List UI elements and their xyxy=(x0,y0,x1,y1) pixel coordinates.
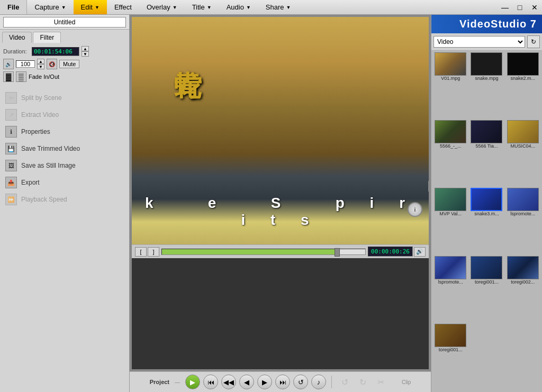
save-still-item[interactable]: 🖼 Save as Still Image xyxy=(0,157,129,174)
thumbnail-label: toregi001... xyxy=(439,347,463,352)
volume-up-button[interactable]: ▲ xyxy=(37,59,44,64)
app-logo: VideoStudio 7 xyxy=(431,15,542,33)
thumbnail-label: 5566_-_... xyxy=(440,143,462,149)
thumbnail-label: toregi001... xyxy=(475,279,499,285)
tab-filter[interactable]: Filter xyxy=(33,32,61,43)
extract-video-item[interactable]: ↗ Extract Video xyxy=(0,106,129,123)
mute-button[interactable]: Mute xyxy=(59,60,79,68)
mark-in-button[interactable]: [ xyxy=(135,247,147,257)
duration-input[interactable] xyxy=(32,47,79,56)
go-start-button[interactable]: ⏮ xyxy=(203,375,218,389)
duration-label: Duration: xyxy=(3,48,30,54)
duration-down-button[interactable]: ▼ xyxy=(82,51,89,57)
thumbnail-label: 5566 Tia... xyxy=(475,143,498,149)
close-button[interactable]: ✕ xyxy=(527,0,542,15)
duration-up-button[interactable]: ▲ xyxy=(82,46,89,51)
title-bar xyxy=(0,15,129,30)
repeat-button[interactable]: ↺ xyxy=(293,375,308,389)
thumbnail-item[interactable]: toregi001... xyxy=(469,256,504,323)
progress-thumb[interactable] xyxy=(335,248,340,257)
window-controls: — □ ✕ xyxy=(498,0,542,15)
menu-title[interactable]: Title▼ xyxy=(185,0,219,14)
volume-icon: 🔊 xyxy=(3,59,14,69)
center-panel: 青蛇 k e S p i r i t s Preview Window i [ … xyxy=(130,15,431,392)
maximize-button[interactable]: □ xyxy=(512,0,527,15)
volume-small-icon[interactable]: 🔊 xyxy=(414,247,426,257)
menu-effect[interactable]: Effect xyxy=(107,0,139,14)
split-icon: ✂ xyxy=(5,92,17,104)
progress-track[interactable] xyxy=(161,249,366,255)
right-panel: VideoStudio 7 Video ↻ V01.mpgsnake.mpgsn… xyxy=(431,15,542,392)
thumbnail-item[interactable]: V01.mpg xyxy=(433,52,468,119)
scissors-button[interactable]: ✂ xyxy=(373,375,388,389)
thumbnail-item[interactable]: snake2.m... xyxy=(505,52,540,119)
menu-share[interactable]: Share▼ xyxy=(258,0,299,14)
playback-speed-icon: ⏩ xyxy=(5,194,17,205)
refresh-button[interactable]: ↻ xyxy=(527,35,540,48)
thumbnail-item[interactable]: MUSIC04... xyxy=(505,120,540,187)
menu-edit[interactable]: Edit▼ xyxy=(74,0,107,14)
redo-button[interactable]: ↻ xyxy=(355,375,370,389)
thumbnail-label: lspromote... xyxy=(438,279,463,285)
left-panel: Video Filter Duration: ▲ ▼ 🔊 ▲ ▼ 🔇 xyxy=(0,15,130,392)
playback-speed-item[interactable]: ⏩ Playback Speed xyxy=(0,191,129,208)
save-trimmed-icon: 💾 xyxy=(5,143,17,154)
export-item[interactable]: 📤 Export xyxy=(0,174,129,191)
properties-item[interactable]: ℹ Properties xyxy=(0,123,129,140)
play-button[interactable]: ▶ xyxy=(185,375,200,389)
progress-fill xyxy=(162,249,335,254)
thumbnail-item[interactable]: snake3.m... xyxy=(469,188,504,254)
step-back-button[interactable]: ◀ xyxy=(239,375,254,389)
extract-icon: ↗ xyxy=(5,109,17,121)
split-by-scene-item[interactable]: ✂ Split by Scene xyxy=(0,89,129,106)
audio-button[interactable]: ♪ xyxy=(311,375,326,389)
media-controls: Video ↻ xyxy=(431,33,542,51)
export-icon: 📤 xyxy=(5,177,17,188)
fade-icon1: ▓ xyxy=(3,71,14,82)
thumbnail-image xyxy=(507,256,539,279)
thumbnail-image xyxy=(507,188,539,211)
thumbnail-item[interactable]: 5566 Tia... xyxy=(469,120,504,187)
undo-button[interactable]: ↺ xyxy=(337,375,352,389)
thumbnail-label: snake3.m... xyxy=(474,211,499,216)
thumbnail-image xyxy=(435,188,466,211)
volume-input[interactable] xyxy=(16,60,35,68)
thumbnail-item[interactable]: 5566_-_... xyxy=(433,120,468,187)
thumbnail-item[interactable]: lspromote... xyxy=(505,188,540,254)
go-end-button[interactable]: ⏭ xyxy=(275,375,290,389)
project-label: Project xyxy=(150,379,169,385)
thumbnail-label: snake2.m... xyxy=(511,76,536,81)
main-area: Video Filter Duration: ▲ ▼ 🔊 ▲ ▼ 🔇 xyxy=(0,15,542,392)
menu-audio[interactable]: Audio▼ xyxy=(219,0,258,14)
tab-video[interactable]: Video xyxy=(2,32,32,43)
preview-video: 青蛇 k e S p i r i t s Preview Window i xyxy=(132,17,429,244)
timeline-scrubber: [ ] 00:00:00:26 🔊 xyxy=(132,244,429,258)
thumbnail-label: MVP Val... xyxy=(439,211,462,216)
menu-file[interactable]: File xyxy=(0,0,27,14)
thumbnail-item[interactable]: snake.mpg xyxy=(469,52,504,119)
side-menu: ✂ Split by Scene ↗ Extract Video ℹ Prope… xyxy=(0,87,129,210)
thumbnail-label: snake.mpg xyxy=(475,76,498,81)
thumbnail-item[interactable]: lspromote... xyxy=(433,256,468,323)
menu-capture[interactable]: Capture▼ xyxy=(27,0,73,14)
clip-label: Clip xyxy=(402,379,411,385)
thumbnail-item[interactable]: toregi001... xyxy=(433,324,468,390)
rewind-button[interactable]: ◀◀ xyxy=(221,375,236,389)
playback-bar: Project — ▶ ⏮ ◀◀ ◀ ▶ ⏭ ↺ ♪ ↺ ↻ ✂ Clip xyxy=(130,371,431,392)
info-button[interactable]: i xyxy=(408,202,422,217)
thumbnail-item[interactable]: toregi002... xyxy=(505,256,540,323)
thumbnail-image xyxy=(507,120,539,143)
thumbnail-image xyxy=(471,256,502,279)
menu-overlay[interactable]: Overlay▼ xyxy=(139,0,185,14)
thumbnail-image xyxy=(471,120,502,143)
tabs: Video Filter xyxy=(0,30,129,43)
thumbnail-item[interactable]: MVP Val... xyxy=(433,188,468,254)
category-select[interactable]: Video xyxy=(433,36,525,48)
thumbnail-image xyxy=(435,256,466,279)
volume-down-button[interactable]: ▼ xyxy=(37,64,44,69)
save-trimmed-item[interactable]: 💾 Save Trimmed Video xyxy=(0,140,129,157)
mark-out-button[interactable]: ] xyxy=(148,247,159,257)
minimize-button[interactable]: — xyxy=(498,0,512,15)
step-forward-button[interactable]: ▶ xyxy=(257,375,272,389)
project-title-input[interactable] xyxy=(3,17,126,28)
